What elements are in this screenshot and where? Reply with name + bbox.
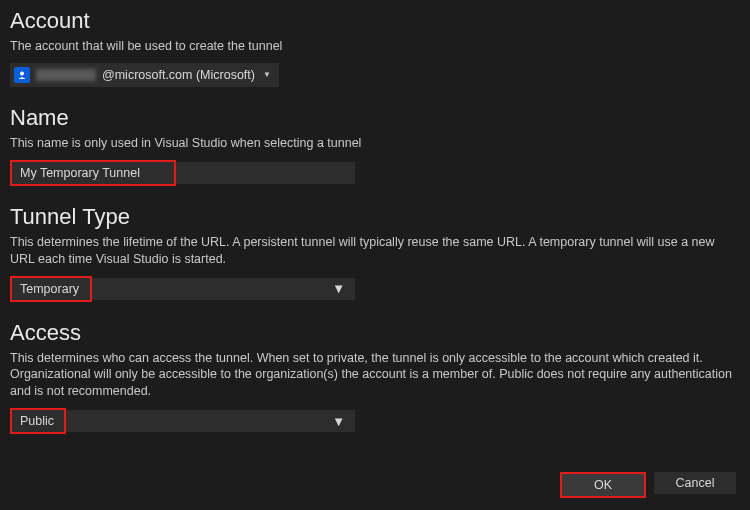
tunnel-type-desc: This determines the lifetime of the URL.… (10, 234, 740, 268)
account-dropdown[interactable]: @microsoft.com (Microsoft) ▼ (10, 63, 279, 87)
access-dropdown[interactable]: Public ▼ (10, 408, 740, 434)
account-badge-icon (14, 67, 30, 83)
tunnel-type-title: Tunnel Type (10, 204, 740, 230)
account-desc: The account that will be used to create … (10, 38, 740, 55)
access-value: Public (12, 410, 64, 432)
access-dropdown-rest: ▼ (66, 410, 355, 432)
ok-highlight: OK (560, 472, 646, 498)
cancel-button[interactable]: Cancel (654, 472, 736, 494)
name-title: Name (10, 105, 740, 131)
name-highlight (10, 160, 176, 186)
name-input[interactable] (12, 162, 174, 184)
access-title: Access (10, 320, 740, 346)
name-section: Name This name is only used in Visual St… (10, 105, 740, 186)
tunnel-type-dropdown-rest: ▼ (92, 278, 355, 300)
name-input-remainder[interactable] (176, 162, 355, 184)
tunnel-type-section: Tunnel Type This determines the lifetime… (10, 204, 740, 302)
access-section: Access This determines who can access th… (10, 320, 740, 435)
dialog-footer: OK Cancel (560, 472, 736, 498)
account-title: Account (10, 8, 740, 34)
access-desc: This determines who can access the tunne… (10, 350, 740, 401)
ok-button[interactable]: OK (562, 474, 644, 496)
chevron-down-icon: ▼ (263, 70, 271, 79)
name-desc: This name is only used in Visual Studio … (10, 135, 740, 152)
access-highlight: Public (10, 408, 66, 434)
tunnel-type-dropdown[interactable]: Temporary ▼ (10, 276, 740, 302)
tunnel-type-highlight: Temporary (10, 276, 92, 302)
chevron-down-icon: ▼ (332, 414, 345, 429)
account-email-suffix: @microsoft.com (Microsoft) (102, 68, 255, 82)
svg-point-0 (20, 71, 24, 75)
chevron-down-icon: ▼ (332, 281, 345, 296)
name-input-wrap (10, 160, 740, 186)
account-name-redacted (36, 69, 96, 81)
tunnel-type-value: Temporary (12, 278, 90, 300)
account-section: Account The account that will be used to… (10, 8, 740, 87)
